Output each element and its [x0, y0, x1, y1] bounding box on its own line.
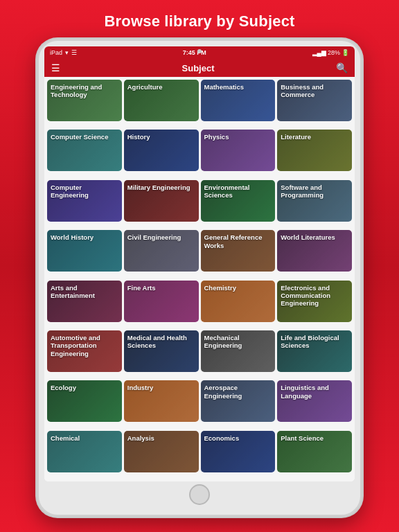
- subject-card-computer-engineering[interactable]: Computer Engineering: [47, 180, 122, 222]
- subject-card-industry[interactable]: Industry: [124, 380, 199, 422]
- subject-label-engineering-tech: Engineering and Technology: [47, 80, 122, 121]
- subject-label-aerospace-engineering: Aerospace Engineering: [201, 380, 276, 422]
- subject-label-electronics-comm: Electronics and Communication Engineerin…: [277, 281, 352, 322]
- subject-card-ecology[interactable]: Ecology: [47, 380, 122, 422]
- subject-card-world-history[interactable]: World History: [47, 230, 122, 272]
- subject-card-physics[interactable]: Physics: [201, 130, 276, 171]
- subjects-grid: Engineering and TechnologyAgricultureMat…: [44, 77, 355, 481]
- subject-label-mathematics: Mathematics: [201, 80, 276, 121]
- subject-card-electronics-comm[interactable]: Electronics and Communication Engineerin…: [277, 281, 352, 322]
- subject-card-military-engineering[interactable]: Military Engineering: [124, 180, 199, 222]
- subject-label-civil-engineering: Civil Engineering: [124, 230, 199, 272]
- status-right: ▂▄▆ 28% 🔋: [312, 49, 349, 56]
- hamburger-icon[interactable]: ☰: [51, 62, 60, 73]
- subject-card-chemical[interactable]: Chemical: [47, 431, 122, 472]
- subject-card-world-literatures[interactable]: World Literatures: [277, 230, 352, 272]
- subject-label-chemical: Chemical: [47, 431, 122, 472]
- subject-label-business-commerce: Business and Commerce: [277, 80, 352, 121]
- subject-label-software-programming: Software and Programming: [277, 180, 352, 222]
- subject-label-world-literatures: World Literatures: [277, 230, 352, 272]
- subject-label-physics: Physics: [201, 130, 276, 171]
- device-frame: iPad ▾ ☰ 7:45 PM ▂▄▆ 28% 🔋 ☰ Subject 🔍 E…: [37, 39, 362, 517]
- subject-label-linguistics-language: Linguistics and Language: [277, 380, 352, 422]
- subject-card-automotive-transport[interactable]: Automotive and Transportation Engineerin…: [47, 330, 122, 372]
- subject-label-environmental-sciences: Environmental Sciences: [201, 180, 276, 222]
- subject-card-environmental-sciences[interactable]: Environmental Sciences: [201, 180, 276, 222]
- subject-card-plant-science[interactable]: Plant Science: [277, 431, 352, 472]
- subject-card-mathematics[interactable]: Mathematics: [201, 80, 276, 121]
- subject-label-military-engineering: Military Engineering: [124, 180, 199, 222]
- subject-card-agriculture[interactable]: Agriculture: [124, 80, 199, 121]
- subject-label-medical-health: Medical and Health Sciences: [124, 330, 199, 372]
- home-button[interactable]: [189, 484, 210, 505]
- status-left: iPad ▾ ☰: [50, 49, 77, 56]
- subject-label-analysis: Analysis: [124, 431, 199, 472]
- subject-card-medical-health[interactable]: Medical and Health Sciences: [124, 330, 199, 372]
- subject-card-history[interactable]: History: [124, 130, 199, 171]
- page-title: Browse library by Subject: [90, 0, 308, 39]
- camera: [197, 49, 202, 53]
- subject-card-chemistry[interactable]: Chemistry: [201, 281, 276, 322]
- subject-label-ecology: Ecology: [47, 380, 122, 422]
- subject-label-arts-entertainment: Arts and Entertainment: [47, 281, 122, 322]
- subject-label-automotive-transport: Automotive and Transportation Engineerin…: [47, 330, 122, 372]
- device-screen: iPad ▾ ☰ 7:45 PM ▂▄▆ 28% 🔋 ☰ Subject 🔍 E…: [44, 46, 355, 481]
- subject-label-computer-engineering: Computer Engineering: [47, 180, 122, 222]
- subject-label-plant-science: Plant Science: [277, 431, 352, 472]
- subject-card-linguistics-language[interactable]: Linguistics and Language: [277, 380, 352, 422]
- battery-status: 28%: [328, 49, 340, 56]
- subject-label-literature: Literature: [277, 130, 352, 171]
- subject-label-chemistry: Chemistry: [201, 281, 276, 322]
- subject-label-world-history: World History: [47, 230, 122, 272]
- subject-label-agriculture: Agriculture: [124, 80, 199, 121]
- subject-label-general-reference: General Reference Works: [201, 230, 276, 272]
- subject-card-literature[interactable]: Literature: [277, 130, 352, 171]
- subject-label-economics: Economics: [201, 431, 276, 472]
- subject-card-business-commerce[interactable]: Business and Commerce: [277, 80, 352, 121]
- subject-card-life-biological[interactable]: Life and Biological Sciences: [277, 330, 352, 372]
- subject-label-fine-arts: Fine Arts: [124, 281, 199, 322]
- subject-card-economics[interactable]: Economics: [201, 431, 276, 472]
- subject-label-computer-science: Computer Science: [47, 130, 122, 171]
- subject-card-software-programming[interactable]: Software and Programming: [277, 180, 352, 222]
- nav-bar: ☰ Subject 🔍: [44, 59, 355, 77]
- subject-label-industry: Industry: [124, 380, 199, 422]
- subject-card-general-reference[interactable]: General Reference Works: [201, 230, 276, 272]
- subject-label-history: History: [124, 130, 199, 171]
- status-time: 7:45 PM: [183, 49, 206, 56]
- subject-card-analysis[interactable]: Analysis: [124, 431, 199, 472]
- subject-card-arts-entertainment[interactable]: Arts and Entertainment: [47, 281, 122, 322]
- subject-label-life-biological: Life and Biological Sciences: [277, 330, 352, 372]
- subject-card-engineering-tech[interactable]: Engineering and Technology: [47, 80, 122, 121]
- subject-card-mechanical-engineering[interactable]: Mechanical Engineering: [201, 330, 276, 372]
- subject-label-mechanical-engineering: Mechanical Engineering: [201, 330, 276, 372]
- subject-card-fine-arts[interactable]: Fine Arts: [124, 281, 199, 322]
- nav-title: Subject: [182, 63, 215, 73]
- subject-card-computer-science[interactable]: Computer Science: [47, 130, 122, 171]
- subject-card-aerospace-engineering[interactable]: Aerospace Engineering: [201, 380, 276, 422]
- search-icon[interactable]: 🔍: [336, 62, 348, 73]
- subject-card-civil-engineering[interactable]: Civil Engineering: [124, 230, 199, 272]
